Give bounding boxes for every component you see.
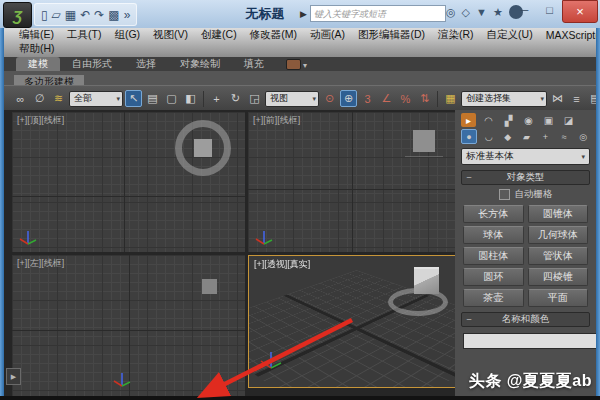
viewport-front-label[interactable]: [+][前][线框] [253, 114, 300, 127]
modify-tab-icon[interactable] [481, 113, 496, 127]
menu-customize[interactable]: 自定义(U) [487, 28, 533, 42]
viewport-left[interactable]: [+][左][线框] [12, 255, 245, 396]
menu-views[interactable]: 视图(V) [153, 28, 188, 42]
subscription-wrench-icon[interactable] [462, 6, 470, 19]
ribbon-tab-modeling[interactable]: 建模 [16, 57, 60, 71]
align-icon[interactable] [568, 90, 585, 107]
viewcube[interactable] [413, 130, 435, 152]
unlink-selection-icon[interactable] [31, 90, 48, 107]
helpers-category-icon[interactable] [538, 130, 552, 143]
mirror-icon[interactable] [549, 90, 566, 107]
selection-filter-dropdown[interactable]: 全部 [69, 91, 123, 107]
name-color-rollout[interactable]: 名称和颜色 [461, 312, 590, 327]
viewport-front[interactable]: [+][前][线框] [248, 112, 455, 252]
named-selection-sets-icon[interactable] [442, 90, 459, 107]
viewcube[interactable] [175, 120, 231, 176]
new-scene-icon[interactable] [41, 8, 48, 22]
geometry-category-icon[interactable] [461, 129, 477, 144]
display-tab-icon[interactable] [541, 113, 556, 127]
hierarchy-tab-icon[interactable] [501, 113, 516, 127]
use-pivot-center-icon[interactable] [321, 90, 338, 107]
open-file-icon[interactable] [52, 8, 61, 22]
menu-animation[interactable]: 动画(A) [310, 28, 345, 42]
systems-category-icon[interactable] [576, 130, 590, 143]
percent-snap-icon[interactable] [397, 90, 414, 107]
lights-category-icon[interactable] [501, 130, 515, 143]
menu-edit[interactable]: 编辑(E) [19, 28, 54, 42]
favorites-star-icon[interactable] [493, 6, 503, 19]
motion-tab-icon[interactable] [521, 113, 536, 127]
shapes-category-icon[interactable] [482, 130, 496, 143]
primitive-geosphere-button[interactable]: 几何球体 [528, 226, 589, 244]
menu-rendering[interactable]: 渲染(R) [438, 28, 474, 42]
primitive-pyramid-button[interactable]: 四棱锥 [528, 268, 589, 286]
mini-panel-expand-icon[interactable] [6, 368, 21, 385]
menu-graph-editors[interactable]: 图形编辑器(D) [358, 28, 425, 42]
select-and-rotate-icon[interactable] [227, 90, 244, 107]
menu-tools[interactable]: 工具(T) [67, 28, 101, 42]
save-file-icon[interactable] [65, 8, 76, 22]
select-and-scale-icon[interactable] [246, 90, 263, 107]
viewport-perspective-active[interactable]: [+][透视][真实] [248, 255, 457, 388]
primitive-torus-button[interactable]: 圆环 [463, 268, 524, 286]
utilities-tab-icon[interactable] [561, 113, 576, 127]
menu-modifiers[interactable]: 修改器(M) [250, 28, 297, 42]
search-expand-icon[interactable] [300, 9, 307, 19]
window-crossing-icon[interactable] [182, 90, 199, 107]
redo-icon[interactable] [94, 8, 104, 22]
app-menu-button[interactable] [3, 2, 32, 28]
primitive-teapot-button[interactable]: 茶壶 [463, 289, 524, 307]
viewcube[interactable] [414, 269, 439, 294]
viewport-top-label[interactable]: [+][顶][线框] [17, 114, 64, 127]
primitive-cone-button[interactable]: 圆锥体 [528, 205, 589, 223]
primitive-tube-button[interactable]: 管状体 [528, 247, 589, 265]
menu-maxscript[interactable]: MAXScript(X) [546, 29, 600, 41]
primitive-sphere-button[interactable]: 球体 [463, 226, 524, 244]
toolbar-overflow-icon[interactable] [124, 8, 131, 22]
primitive-cylinder-button[interactable]: 圆柱体 [463, 247, 524, 265]
primitive-plane-button[interactable]: 平面 [528, 289, 589, 307]
selection-set-dropdown[interactable]: 创建选择集 [461, 91, 547, 107]
select-and-link-icon[interactable] [12, 90, 29, 107]
select-and-manipulate-icon[interactable] [340, 90, 357, 107]
spinner-snap-icon[interactable] [416, 90, 433, 107]
ribbon-tab-populate[interactable]: 填充 [232, 57, 276, 71]
maximize-button[interactable] [537, 0, 562, 19]
bind-to-spacewarp-icon[interactable] [50, 90, 67, 107]
rectangular-selection-icon[interactable] [163, 90, 180, 107]
ribbon-tab-object-paint[interactable]: 对象绘制 [168, 57, 232, 71]
menu-create[interactable]: 创建(C) [201, 28, 237, 42]
menu-help[interactable]: 帮助(H) [19, 42, 55, 56]
search-icon[interactable] [446, 6, 456, 19]
close-button[interactable] [562, 0, 598, 23]
spacewarps-category-icon[interactable] [557, 130, 571, 143]
ribbon-dropdown-icon[interactable] [303, 61, 307, 70]
reference-coordinate-dropdown[interactable]: 视图 [265, 91, 319, 107]
ribbon-tab-freeform[interactable]: 自由形式 [60, 57, 124, 71]
select-and-move-icon[interactable] [208, 90, 225, 107]
ribbon-tab-selection[interactable]: 选择 [124, 57, 168, 71]
autogrid-row: 自动栅格 [455, 188, 596, 201]
viewport-left-label[interactable]: [+][左][线框] [17, 257, 64, 270]
menu-group[interactable]: 组(G) [114, 28, 140, 42]
minimize-button[interactable] [512, 0, 537, 19]
project-folder-icon[interactable] [108, 8, 119, 22]
primitive-box-button[interactable]: 长方体 [463, 205, 524, 223]
select-object-icon[interactable] [125, 90, 142, 107]
communication-center-icon[interactable] [476, 6, 487, 18]
create-tab-icon[interactable] [461, 113, 476, 127]
undo-icon[interactable] [80, 8, 90, 22]
cameras-category-icon[interactable] [520, 130, 534, 143]
select-by-name-icon[interactable] [144, 90, 161, 107]
viewport-top[interactable]: [+][顶][线框] [12, 112, 245, 252]
object-name-input[interactable] [463, 333, 600, 349]
viewport-perspective-label[interactable]: [+][透视][真实] [254, 258, 310, 271]
viewcube[interactable] [202, 279, 217, 294]
autogrid-checkbox[interactable] [499, 189, 510, 200]
primitive-category-dropdown[interactable]: 标准基本体 [461, 148, 590, 165]
angle-snap-icon[interactable] [378, 90, 395, 107]
snap-toggle-3d-icon[interactable] [359, 90, 376, 107]
search-input[interactable] [310, 5, 446, 22]
object-type-rollout[interactable]: 对象类型 [461, 170, 590, 185]
ribbon-config-icon[interactable] [286, 59, 301, 70]
